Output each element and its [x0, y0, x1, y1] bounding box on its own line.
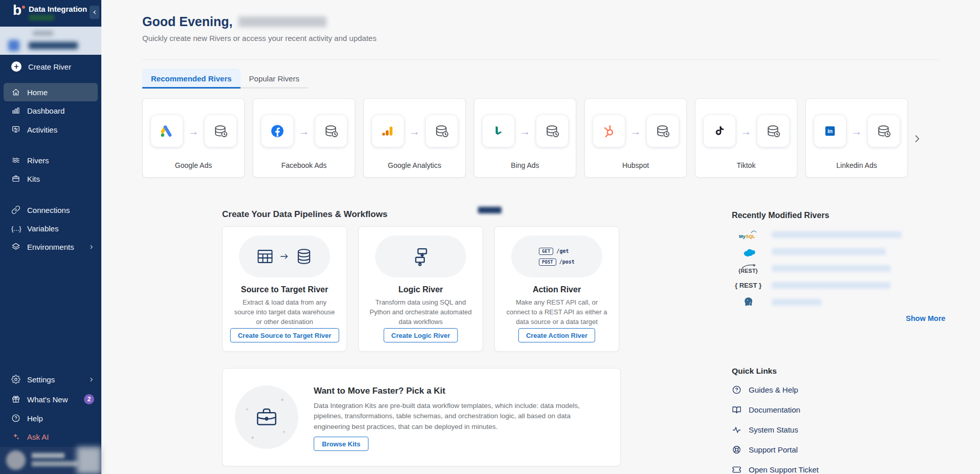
target-database-icon: [426, 115, 458, 147]
plus-circle-icon: [11, 61, 21, 72]
divider: [142, 59, 939, 60]
google-ads-icon: [151, 115, 183, 147]
logic-river-icon: [375, 235, 466, 277]
arrow-right-icon: →: [630, 126, 641, 137]
mysql-icon: MySQL: [732, 229, 765, 241]
linkedin-icon: in: [814, 115, 846, 147]
sidebar-item-environments[interactable]: Environments: [0, 238, 101, 256]
redacted-workspace-icon: [8, 40, 19, 51]
question-circle-icon: [732, 385, 742, 395]
arrow-right-icon: →: [409, 126, 420, 137]
sidebar-item-label: Variables: [27, 224, 58, 233]
sidebar-item-connections[interactable]: Connections: [0, 201, 101, 219]
waves-icon: [11, 156, 20, 165]
page-title: Good Evening,: [142, 14, 326, 29]
sidebar-item-help[interactable]: Help: [0, 409, 101, 427]
workspace-switcher-redacted[interactable]: [0, 27, 101, 55]
create-action-river-button[interactable]: Create Action River: [518, 328, 595, 342]
connector-card-google-analytics[interactable]: → Google Analytics: [363, 98, 466, 178]
card-description: Extract & load data from any source into…: [233, 298, 336, 327]
chevron-right-icon: [89, 377, 94, 382]
arrow-right-icon: →: [852, 126, 862, 137]
recent-river-row: {REST}: [732, 260, 947, 277]
hubspot-icon: [593, 115, 625, 147]
sidebar-item-home[interactable]: Home: [4, 83, 98, 101]
target-database-icon: [205, 115, 236, 147]
google-analytics-icon: [372, 115, 404, 147]
sidebar-item-label: Environments: [27, 243, 74, 251]
connector-card-tiktok[interactable]: → Tiktok: [695, 98, 797, 178]
target-database-icon: [647, 115, 679, 147]
sidebar-item-activities[interactable]: Activities: [0, 120, 101, 139]
redacted-river-link[interactable]: [772, 299, 821, 306]
browse-kits-button[interactable]: Browse Kits: [314, 437, 368, 451]
redacted-river-link[interactable]: [772, 248, 886, 255]
recent-river-row: { REST }: [732, 277, 947, 294]
create-logic-river-button[interactable]: Create Logic River: [384, 328, 458, 342]
redacted-river-link[interactable]: [772, 282, 890, 289]
arrow-right-icon: →: [520, 126, 531, 137]
sidebar-item-dashboard[interactable]: Dashboard: [0, 101, 101, 120]
connector-card-google-ads[interactable]: → Google Ads: [142, 98, 245, 178]
redacted-river-link[interactable]: [772, 231, 902, 238]
sidebar-item-label: Settings: [27, 375, 55, 384]
sidebar-item-create-river[interactable]: Create River: [0, 57, 101, 76]
sidebar-item-settings[interactable]: Settings: [0, 370, 101, 389]
quick-link-system-status[interactable]: System Status: [732, 420, 819, 440]
get-path: /get: [556, 248, 569, 254]
sparkle-icon: ✦: [250, 435, 255, 441]
app-logo: b: [13, 2, 21, 18]
card-title: Logic River: [359, 285, 483, 294]
sidebar-item-whats-new[interactable]: What's New 2: [0, 390, 101, 408]
recommended-rivers-carousel: → Google Ads → Facebook Ads: [142, 98, 908, 178]
show-more-link[interactable]: Show More: [906, 314, 945, 322]
redacted-workspace-name: [29, 42, 78, 49]
connector-card-linkedin-ads[interactable]: in → Linkedin Ads: [805, 98, 908, 178]
layers-icon: [11, 242, 20, 251]
kit-briefcase-icon: ✦ ✦ ✦ ✦: [235, 385, 298, 449]
link-icon: [11, 205, 20, 214]
connector-card-facebook-ads[interactable]: → Facebook Ads: [253, 98, 355, 178]
redacted-user-name: [238, 16, 326, 27]
question-circle-icon: [11, 414, 20, 423]
redacted-river-link[interactable]: [772, 265, 890, 272]
quick-link-support-portal[interactable]: Support Portal: [732, 440, 819, 460]
sidebar-item-ask-ai[interactable]: Ask AI: [0, 427, 101, 446]
sidebar-collapse-button[interactable]: [90, 6, 99, 19]
sparkles-icon: [11, 432, 20, 441]
quick-link-guides-help[interactable]: Guides & Help: [732, 380, 819, 400]
quick-link-documentation[interactable]: Documentation: [732, 400, 819, 420]
redacted-block: [77, 447, 101, 474]
redacted-element: [478, 207, 502, 213]
sidebar-item-label: Connections: [27, 206, 70, 214]
gift-icon: [11, 395, 20, 404]
greeting-text: Good Evening,: [142, 14, 232, 29]
sidebar-item-variables[interactable]: {…} Variables: [0, 219, 101, 238]
connector-label: Bing Ads: [474, 161, 576, 169]
svg-text:My: My: [739, 234, 746, 239]
rest-api-source-icon: {REST}: [732, 264, 765, 274]
connector-card-hubspot[interactable]: → Hubspot: [584, 98, 687, 178]
whats-new-count-badge: 2: [84, 394, 94, 404]
connector-label: Facebook Ads: [253, 161, 355, 169]
target-database-icon: [536, 115, 568, 147]
svg-text:in: in: [827, 128, 832, 134]
app-title: Data Integration: [29, 5, 87, 13]
sidebar-item-rivers[interactable]: Rivers: [0, 151, 101, 169]
connector-card-bing-ads[interactable]: → Bing Ads: [474, 98, 576, 178]
arrow-right-icon: →: [299, 126, 310, 137]
tab-popular-rivers[interactable]: Popular Rivers: [241, 69, 308, 89]
carousel-next-button[interactable]: [912, 131, 927, 146]
tab-recommended-rivers[interactable]: Recommended Rivers: [142, 69, 241, 89]
connector-label: Google Ads: [143, 161, 244, 169]
create-source-to-target-river-button[interactable]: Create Source to Target River: [230, 328, 339, 342]
quick-link-open-support-ticket[interactable]: Open Support Ticket: [732, 460, 819, 474]
sidebar-item-label: Rivers: [27, 156, 49, 165]
quick-links-title: Quick Links: [732, 367, 777, 376]
svg-text:SQL: SQL: [746, 234, 755, 239]
recent-river-row: [732, 294, 947, 311]
connector-label: Linkedin Ads: [806, 161, 907, 169]
sidebar-item-label: Kits: [27, 175, 40, 183]
sidebar-item-kits[interactable]: Kits: [0, 169, 101, 188]
user-profile-redacted[interactable]: [0, 447, 101, 474]
